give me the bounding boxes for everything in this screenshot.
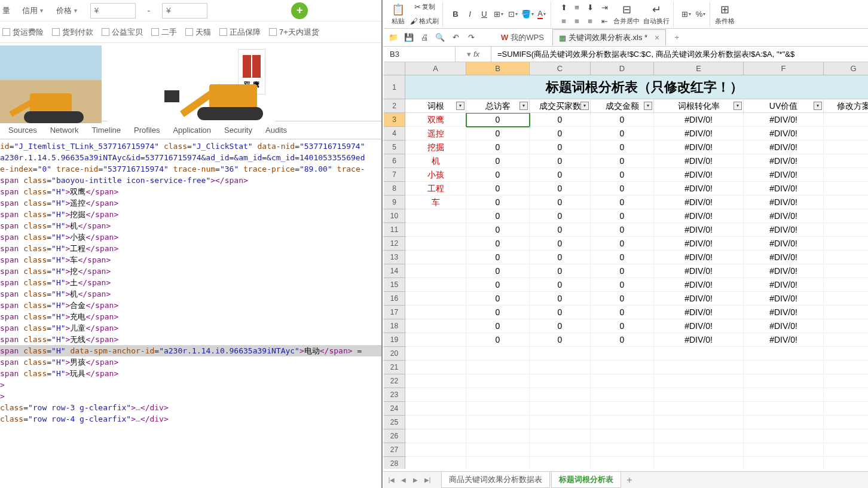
cell-D12[interactable]: 0 (591, 237, 654, 251)
filter-credit[interactable]: 信用▼ (22, 5, 44, 16)
checkbox-货到付款[interactable]: 货到付款 (52, 27, 93, 38)
col-header-B[interactable]: B (466, 62, 530, 75)
fx-dropdown-icon[interactable]: ▾ (467, 50, 471, 59)
cell-C12[interactable]: 0 (530, 237, 591, 251)
cell-A12[interactable] (405, 237, 466, 251)
cell-A21[interactable] (405, 361, 466, 374)
conditional-format-button[interactable]: ⊞条件格 (714, 2, 736, 27)
cell-C27[interactable] (530, 443, 591, 457)
cell-D19[interactable]: 0 (591, 333, 654, 347)
cell-D17[interactable]: 0 (591, 306, 654, 319)
checkbox-天猫[interactable]: 天猫 (185, 27, 211, 38)
cell-E22[interactable] (654, 374, 744, 388)
cell-B7[interactable]: 0 (466, 168, 530, 182)
format-brush-button[interactable]: 🖌格式刷 (409, 15, 440, 28)
cell-E19[interactable]: #DIV/0! (654, 333, 744, 347)
cell-C4[interactable]: 0 (530, 127, 591, 141)
cell-E7[interactable]: #DIV/0! (654, 168, 744, 182)
cell-C13[interactable]: 0 (530, 251, 591, 264)
cell-C20[interactable] (530, 347, 591, 361)
cell-D24[interactable] (591, 402, 654, 416)
cell-B12[interactable]: 0 (466, 237, 530, 251)
cell-F4[interactable]: #DIV/0! (744, 127, 824, 141)
cell-A3[interactable]: 双鹰 (405, 113, 466, 127)
cell-B11[interactable]: 0 (466, 223, 530, 237)
cell-F7[interactable]: #DIV/0! (744, 168, 824, 182)
align-middle-button[interactable]: ≡ (570, 1, 583, 14)
cell-E23[interactable] (654, 388, 744, 402)
sheet-tab-2[interactable]: 标题词根分析表 (551, 472, 621, 488)
cell-B10[interactable]: 0 (466, 209, 530, 223)
cell-A20[interactable] (405, 347, 466, 361)
cell-A9[interactable]: 车 (405, 196, 466, 209)
cell-A11[interactable] (405, 223, 466, 237)
table-header-6[interactable]: 修改方案▾ (824, 99, 868, 113)
cell-G11[interactable] (824, 223, 868, 237)
cell-D6[interactable]: 0 (591, 154, 654, 168)
cell-B4[interactable]: 0 (466, 127, 530, 141)
filter-dropdown-icon[interactable]: ▾ (519, 102, 528, 110)
cell-G26[interactable] (824, 429, 868, 443)
row-header-11[interactable]: 11 (384, 223, 405, 237)
sheet-tab-1[interactable]: 商品关键词效果分析数据表 (441, 472, 550, 488)
cell-A7[interactable]: 小孩 (405, 168, 466, 182)
filter-amount[interactable]: 量 (2, 5, 10, 16)
cell-E8[interactable]: #DIV/0! (654, 182, 744, 196)
cell-A8[interactable]: 工程 (405, 182, 466, 196)
cell-C7[interactable]: 0 (530, 168, 591, 182)
cell-G17[interactable] (824, 306, 868, 319)
cell-B16[interactable]: 0 (466, 292, 530, 306)
row-header-2[interactable]: 2 (384, 99, 405, 113)
cell-E24[interactable] (654, 402, 744, 416)
devtools-tab-sources[interactable]: Sources (8, 126, 37, 135)
cell-C3[interactable]: 0 (530, 113, 591, 127)
cell-D4[interactable]: 0 (591, 127, 654, 141)
cell-E18[interactable]: #DIV/0! (654, 319, 744, 333)
row-header-28[interactable]: 28 (384, 457, 405, 469)
cell-B18[interactable]: 0 (466, 319, 530, 333)
col-header-G[interactable]: G (824, 62, 868, 75)
cell-G28[interactable] (824, 457, 868, 469)
cell-B28[interactable] (466, 457, 530, 469)
wps-tab[interactable]: W我的WPS (496, 32, 549, 43)
filter-dropdown-icon[interactable]: ▾ (644, 102, 652, 110)
devtools-tab-audits[interactable]: Audits (265, 126, 287, 135)
cell-B20[interactable] (466, 347, 530, 361)
cell-C23[interactable] (530, 388, 591, 402)
row-header-23[interactable]: 23 (384, 388, 405, 402)
cell-C16[interactable]: 0 (530, 292, 591, 306)
col-header-C[interactable]: C (530, 62, 591, 75)
close-tab-icon[interactable]: × (655, 33, 659, 42)
cell-B17[interactable]: 0 (466, 306, 530, 319)
cell-C5[interactable]: 0 (530, 141, 591, 154)
cell-G13[interactable] (824, 251, 868, 264)
corner-cell[interactable] (384, 62, 405, 75)
cell-B6[interactable]: 0 (466, 154, 530, 168)
cell-B15[interactable]: 0 (466, 278, 530, 292)
cell-A16[interactable] (405, 292, 466, 306)
cell-B3[interactable]: 0 (466, 113, 530, 127)
cell-F9[interactable]: #DIV/0! (744, 196, 824, 209)
cell-A13[interactable] (405, 251, 466, 264)
row-header-4[interactable]: 4 (384, 127, 405, 141)
paste-button[interactable]: 📋粘贴 (389, 2, 408, 27)
cell-D13[interactable]: 0 (591, 251, 654, 264)
new-tab-button[interactable]: + (670, 30, 684, 45)
cell-F6[interactable]: #DIV/0! (744, 154, 824, 168)
cell-F20[interactable] (744, 347, 824, 361)
dom-inspector[interactable]: id="J_Itemlist_TLink_537716715974" class… (0, 139, 381, 431)
copy-button[interactable]: ✂复制 (409, 1, 440, 14)
cell-reference[interactable]: B3 (384, 47, 456, 62)
product-image-1[interactable] (0, 45, 102, 123)
cell-A17[interactable] (405, 306, 466, 319)
cell-D10[interactable]: 0 (591, 209, 654, 223)
cell-G4[interactable] (824, 127, 868, 141)
cell-F3[interactable]: #DIV/0! (744, 113, 824, 127)
cell-B19[interactable]: 0 (466, 333, 530, 347)
cell-D14[interactable]: 0 (591, 264, 654, 278)
cell-E28[interactable] (654, 457, 744, 469)
cell-B8[interactable]: 0 (466, 182, 530, 196)
cell-B27[interactable] (466, 443, 530, 457)
formula-input[interactable]: =SUMIFS(商品关键词效果分析数据表!$C:$C, 商品关键词效果分析数据表… (491, 49, 868, 60)
row-header-1[interactable]: 1 (384, 75, 405, 99)
